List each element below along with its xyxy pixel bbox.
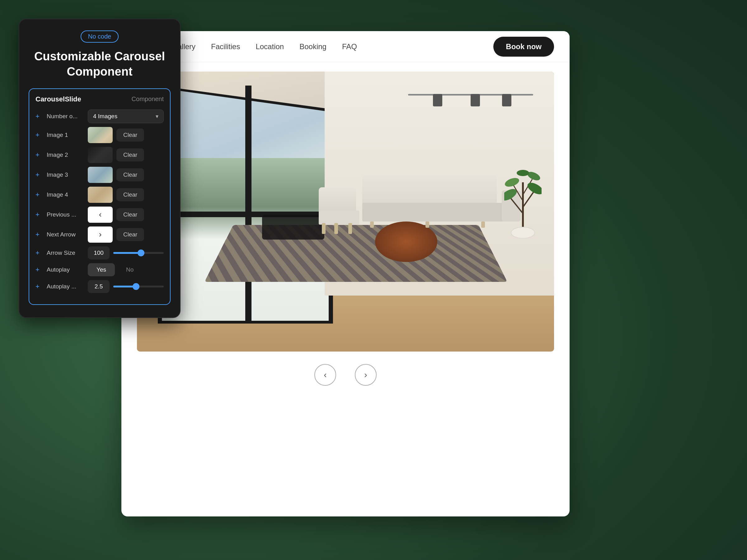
svg-point-6 <box>526 181 542 196</box>
autoplay-delay-slider[interactable] <box>113 286 164 288</box>
component-header: CarouselSlide Component <box>35 95 164 103</box>
image-2-preview <box>88 147 113 163</box>
number-of-images-row: + Number o... 4 Images ▾ <box>35 109 164 123</box>
website-preview: me · Gallery Facilities Location Booking… <box>121 31 570 516</box>
image-3-label: Image 3 <box>47 171 84 178</box>
spotlight-1 <box>433 94 442 106</box>
next-arrow-button[interactable]: › <box>355 364 377 386</box>
spotlight-track <box>408 94 533 96</box>
next-arrow-label: Next Arrow <box>47 231 84 238</box>
arrow-size-row: + Arrow Size 100 <box>35 246 164 260</box>
spotlight-2 <box>471 94 480 106</box>
prev-arrow-preview: ‹ <box>88 207 113 223</box>
autoplay-label: Autoplay <box>47 266 84 273</box>
arrow-size-slider[interactable] <box>113 252 164 254</box>
prev-arrow-label: Previous ... <box>47 211 84 218</box>
image-1-clear-button[interactable]: Clear <box>117 129 144 141</box>
component-tag-label: Component <box>132 96 164 103</box>
carousel-area: img.com/ 5 ‹ › <box>121 72 570 516</box>
image-1-row: + Image 1 Clear <box>35 127 164 143</box>
sofa <box>362 172 521 234</box>
sofa-leg-3 <box>481 221 485 228</box>
next-arrow-preview: › <box>88 226 113 243</box>
image-1-preview <box>88 127 113 143</box>
chair <box>319 187 362 234</box>
image-1-label: Image 1 <box>47 132 84 138</box>
image-3-thumbnail[interactable] <box>88 167 113 183</box>
arrow-size-plus-icon: + <box>35 249 43 257</box>
image-4-plus-icon: + <box>35 191 43 199</box>
spotlight-3 <box>502 94 511 106</box>
autoplay-delay-label: Autoplay ... <box>47 283 84 290</box>
chair-leg-2 <box>334 223 338 234</box>
svg-line-1 <box>511 198 523 213</box>
component-name-label: CarouselSlide <box>35 95 81 103</box>
image-3-clear-button[interactable]: Clear <box>117 168 144 181</box>
panel-title: Customizable CarouselComponent <box>29 49 171 80</box>
chevron-down-icon: ▾ <box>156 113 158 120</box>
previous-arrow-row: + Previous ... ‹ Clear <box>35 207 164 223</box>
image-2-label: Image 2 <box>47 152 84 158</box>
number-of-dropdown[interactable]: 4 Images ▾ <box>88 109 164 123</box>
sofa-leg-1 <box>370 221 374 228</box>
image-2-clear-button[interactable]: Clear <box>117 149 144 161</box>
nav-location[interactable]: Location <box>256 42 284 51</box>
chair-seat <box>319 211 359 224</box>
autoplay-delay-plus-icon: + <box>35 283 43 291</box>
arrow-size-slider-group: 100 <box>88 246 164 260</box>
svg-line-2 <box>523 192 534 207</box>
prev-arrow-button[interactable]: ‹ <box>314 364 336 386</box>
autoplay-delay-value: 2.5 <box>88 280 109 293</box>
nav-faq[interactable]: FAQ <box>342 42 357 51</box>
next-plus-icon: + <box>35 231 43 239</box>
arrow-size-label: Arrow Size <box>47 249 84 256</box>
svg-point-5 <box>504 187 518 203</box>
image-2-thumbnail[interactable] <box>88 147 113 163</box>
image-3-preview <box>88 167 113 183</box>
panel-fade <box>19 305 180 317</box>
chair-leg-3 <box>348 223 352 234</box>
coffee-table <box>262 215 324 240</box>
arrow-size-value: 100 <box>88 246 109 260</box>
number-plus-icon: + <box>35 112 43 121</box>
image-4-thumbnail[interactable] <box>88 187 113 203</box>
next-arrow-clear-button[interactable]: Clear <box>117 228 144 241</box>
autoplay-delay-slider-group: 2.5 <box>88 280 164 293</box>
no-code-badge: No code <box>81 30 119 43</box>
plant-pot <box>504 157 542 240</box>
svg-point-7 <box>504 177 520 189</box>
autoplay-no-button[interactable]: No <box>117 263 142 276</box>
image-3-row: + Image 3 Clear <box>35 167 164 183</box>
image-3-plus-icon: + <box>35 171 43 179</box>
book-now-button[interactable]: Book now <box>493 37 554 57</box>
room-illustration: img.com/ 5 <box>137 72 554 351</box>
component-box: CarouselSlide Component + Number o... 4 … <box>29 88 171 305</box>
autoplay-plus-icon: + <box>35 266 43 274</box>
autoplay-toggle: Yes No <box>88 263 142 276</box>
prev-arrow-clear-button[interactable]: Clear <box>117 208 144 221</box>
image-1-thumbnail[interactable] <box>88 127 113 143</box>
prev-plus-icon: + <box>35 211 43 219</box>
window-crossbar-v <box>245 85 252 321</box>
nav-booking[interactable]: Booking <box>300 42 327 51</box>
sofa-seat <box>362 203 505 221</box>
autoplay-yes-button[interactable]: Yes <box>88 263 115 276</box>
svg-point-11 <box>511 227 535 238</box>
nav-bar: me · Gallery Facilities Location Booking… <box>121 31 570 62</box>
carousel-nav: ‹ › <box>121 351 570 398</box>
number-of-label: Number o... <box>47 113 84 120</box>
nav-facilities[interactable]: Facilities <box>211 42 240 51</box>
image-2-row: + Image 2 Clear <box>35 147 164 163</box>
image-4-clear-button[interactable]: Clear <box>117 188 144 201</box>
next-arrow-symbol: › <box>99 230 102 239</box>
autoplay-delay-thumb[interactable] <box>133 283 139 290</box>
image-2-plus-icon: + <box>35 151 43 159</box>
image-4-preview <box>88 187 113 203</box>
number-of-value: 4 Images <box>93 113 117 120</box>
next-arrow-row: + Next Arrow › Clear <box>35 226 164 243</box>
chair-leg-1 <box>322 223 326 234</box>
prev-arrow-symbol: ‹ <box>99 210 102 219</box>
arrow-size-fill <box>113 252 141 254</box>
carousel-image: img.com/ 5 <box>137 72 554 351</box>
arrow-size-thumb[interactable] <box>137 249 145 256</box>
